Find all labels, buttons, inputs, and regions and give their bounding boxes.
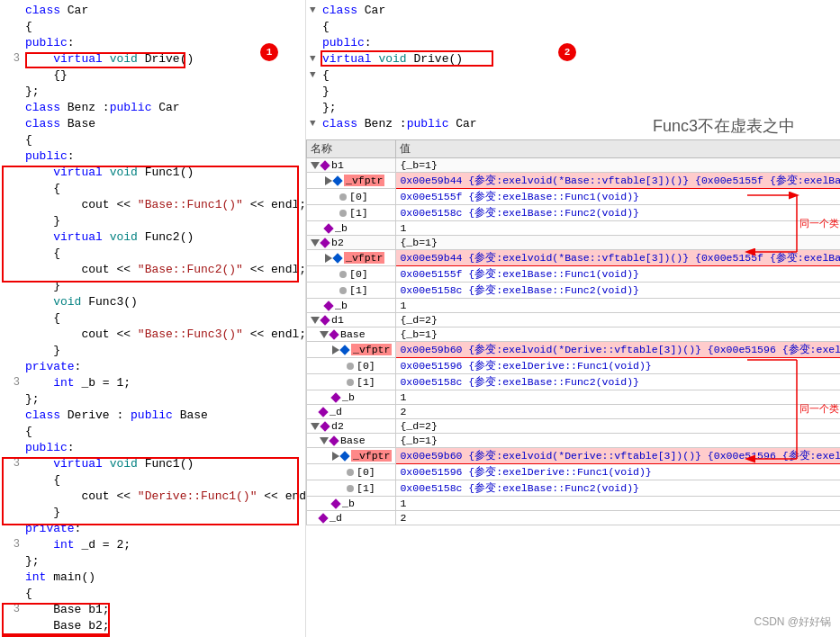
table-row: _b 1 int: [307, 299, 841, 313]
code-b1: 3 Base b1;: [0, 603, 305, 619]
expand-icon[interactable]: [311, 239, 320, 247]
table-row: [0] 0x00e5155f {参变:exelBase::Func1(void)…: [307, 266, 841, 283]
code-func3-body: cout << "Base::Func3()" << endl;: [0, 327, 305, 344]
code-line-base-public: public:: [0, 149, 305, 166]
diamond-icon: [329, 329, 339, 339]
code-b-member: 3 int _b = 1;: [0, 376, 305, 392]
diamond-icon: [330, 392, 340, 402]
derive-func-block: 3 virtual void Func1() { cout << "Derive…: [0, 457, 305, 522]
code-line-1: class Car: [0, 4, 305, 20]
expand-icon[interactable]: [320, 331, 329, 338]
tr-line-semi: };: [306, 99, 585, 115]
code-func3-open: {: [0, 311, 305, 327]
code-func2-open: {: [0, 247, 305, 263]
tr-line-brace2: }: [306, 83, 585, 99]
table-row: [0] 0x00e51596 {参变:exelDerive::Func1(voi…: [307, 358, 841, 374]
collapse-icon[interactable]: [325, 176, 332, 185]
code-func1: virtual void Func1(): [0, 166, 305, 182]
code-line-2: {: [0, 20, 305, 36]
badge-1: 1: [260, 43, 278, 61]
code-derive-end: };: [0, 554, 305, 570]
circle-icon: [339, 271, 347, 278]
expand-icon[interactable]: [320, 437, 329, 444]
circle-icon: [339, 287, 347, 294]
code-main: int main(): [0, 570, 305, 587]
table-row: [0] 0x00e51596 {参变:exelDerive::Func1(voi…: [307, 464, 841, 480]
table-row: _d 2 int: [307, 405, 841, 419]
table-header-row: 名称 值 类型: [307, 140, 841, 158]
diamond-icon: [318, 513, 328, 523]
table-row: _b 1 int: [307, 390, 841, 405]
code-func3-close: }: [0, 344, 305, 360]
expand-icon[interactable]: [311, 423, 320, 430]
code-base-end: };: [0, 392, 305, 408]
tr-line-brace1: ▼ {: [306, 67, 585, 83]
tr-line-1: ▼ class Car: [306, 2, 585, 18]
circle-icon: [347, 379, 354, 386]
code-derive-open: {: [0, 425, 305, 441]
diamond-icon: [320, 421, 330, 431]
code-private1: private:: [0, 360, 305, 376]
diamond-icon: [320, 160, 330, 170]
code-line-3: public:: [0, 36, 305, 52]
expand-icon[interactable]: [311, 162, 320, 169]
code-func2-close: }: [0, 279, 305, 295]
diamond-icon: [330, 498, 340, 508]
table-row: [0] 0x00e5155f {参变:exelBase::Func1(void)…: [307, 189, 841, 205]
col-value-header: 值: [396, 140, 840, 158]
code-derive-func1-open: {: [0, 473, 305, 489]
right-panel: ▼ class Car { public: ▼ virtual void Dri…: [306, 0, 840, 637]
circle-icon: [347, 469, 354, 476]
code-derive-public: public:: [0, 441, 305, 457]
left-code-panel: class Car { public: 3 virtual void Drive…: [0, 0, 306, 637]
code-derive-func1-body: cout << "Derive::Func1()" << endl;: [0, 489, 305, 506]
table-row: _d 2 int: [307, 511, 841, 525]
table-row: Base {_b=1} Base: [307, 327, 841, 342]
table-row: Base {_b=1} Base: [307, 434, 841, 448]
circle-icon: [339, 210, 347, 217]
table-row: [1] 0x00e5158c {参变:exelBase::Func2(void)…: [307, 374, 841, 390]
code-func3: void Func3(): [0, 295, 305, 311]
code-main-open: {: [0, 587, 305, 603]
tr-line-drive: ▼ virtual void Drive(): [306, 50, 585, 67]
collapse-icon[interactable]: [325, 254, 332, 263]
code-func1-body: cout << "Base::Func1()" << endl;: [0, 198, 305, 214]
table-row: b2 {_b=1} Base: [307, 236, 841, 250]
table-row: d1 {_d=2} Derive: [307, 313, 841, 327]
circle-icon: [347, 485, 354, 492]
circle-icon: [339, 193, 347, 201]
diamond-blue-icon: [332, 175, 342, 185]
code-func2-body: cout << "Base::Func2()" << endl;: [0, 263, 305, 279]
code-func2: virtual void Func2(): [0, 230, 305, 247]
table-row: _b 1 int: [307, 221, 841, 236]
badge-2: 2: [558, 43, 576, 61]
debug-table-area: 名称 值 类型 b1 {_b=1} Base _vfptr 0x00e59b44…: [306, 139, 840, 610]
tr-line-benz: ▼ class Benz :public Car: [306, 115, 585, 131]
base-functions-block: virtual void Func1() { cout << "Base::Fu…: [0, 166, 305, 295]
code-line-base: class Base: [0, 117, 305, 133]
code-line-7: class Benz :public Car: [0, 101, 305, 117]
debug-table: 名称 值 类型 b1 {_b=1} Base _vfptr 0x00e59b44…: [306, 139, 840, 525]
code-func1-close: }: [0, 214, 305, 230]
table-row: _b 1 int: [307, 497, 841, 511]
diamond-blue-icon: [339, 345, 349, 354]
col-name-header: 名称: [307, 140, 396, 158]
collapse-icon[interactable]: [332, 452, 339, 461]
code-line-6: };: [0, 85, 305, 101]
table-row: _vfptr 0x00e59b60 {参变:exelvoid(*Derive::…: [307, 342, 841, 358]
table-row: [1] 0x00e5158c {参变:exelBase::Func2(void)…: [307, 283, 841, 299]
table-row: [1] 0x00e5158c {参变:exelBase::Func2(void)…: [307, 205, 841, 221]
main-container: class Car { public: 3 virtual void Drive…: [0, 0, 840, 637]
expand-icon[interactable]: [311, 317, 320, 324]
table-row: _vfptr 0x00e59b44 {参变:exelvoid(*Base::vf…: [307, 173, 841, 189]
tr-line-2: {: [306, 18, 585, 34]
tr-line-3: public:: [306, 34, 585, 50]
top-right-code: ▼ class Car { public: ▼ virtual void Dri…: [306, 2, 585, 131]
code-func1-open: {: [0, 182, 305, 198]
diamond-icon: [320, 238, 330, 247]
collapse-icon[interactable]: [332, 345, 339, 354]
table-row: _vfptr 0x00e59b44 {参变:exelvoid(*Base::vf…: [307, 250, 841, 266]
code-line-5: {}: [0, 68, 305, 85]
code-derive-func1: 3 virtual void Func1(): [0, 457, 305, 473]
diamond-icon: [329, 435, 339, 445]
